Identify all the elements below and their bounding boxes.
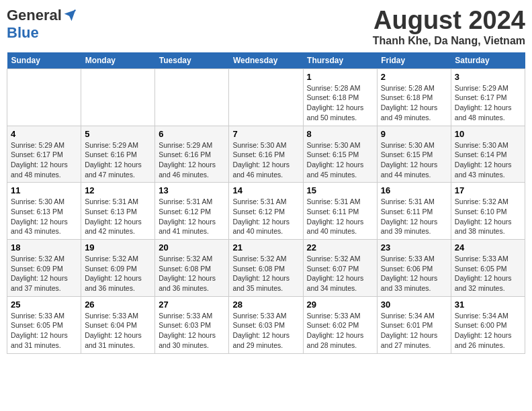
day-number: 21 bbox=[232, 242, 299, 253]
weekday-header-monday: Monday bbox=[81, 52, 155, 69]
day-number: 16 bbox=[381, 185, 447, 195]
logo: General Blue bbox=[7, 7, 77, 42]
weekday-header-friday: Friday bbox=[377, 52, 451, 69]
calendar-cell: 21Sunrise: 5:32 AM Sunset: 6:08 PM Dayli… bbox=[229, 240, 303, 297]
day-number: 30 bbox=[381, 300, 447, 310]
day-info: Sunrise: 5:33 AM Sunset: 6:05 PM Dayligh… bbox=[11, 311, 77, 351]
day-info: Sunrise: 5:33 AM Sunset: 6:03 PM Dayligh… bbox=[232, 311, 299, 351]
day-info: Sunrise: 5:32 AM Sunset: 6:09 PM Dayligh… bbox=[11, 254, 77, 293]
calendar-cell: 3Sunrise: 5:29 AM Sunset: 6:17 PM Daylig… bbox=[451, 68, 525, 126]
calendar-cell: 22Sunrise: 5:32 AM Sunset: 6:07 PM Dayli… bbox=[303, 240, 377, 297]
day-number: 17 bbox=[455, 185, 521, 195]
calendar-cell: 12Sunrise: 5:31 AM Sunset: 6:13 PM Dayli… bbox=[81, 183, 155, 240]
logo-general-text: General bbox=[7, 7, 62, 24]
day-number: 18 bbox=[11, 242, 77, 253]
day-number: 25 bbox=[11, 300, 77, 310]
calendar-cell: 18Sunrise: 5:32 AM Sunset: 6:09 PM Dayli… bbox=[7, 240, 81, 297]
calendar-cell: 2Sunrise: 5:28 AM Sunset: 6:18 PM Daylig… bbox=[377, 68, 451, 126]
day-info: Sunrise: 5:32 AM Sunset: 6:08 PM Dayligh… bbox=[232, 254, 299, 293]
day-number: 22 bbox=[307, 242, 373, 253]
day-info: Sunrise: 5:29 AM Sunset: 6:16 PM Dayligh… bbox=[85, 140, 151, 180]
day-info: Sunrise: 5:33 AM Sunset: 6:06 PM Dayligh… bbox=[381, 254, 447, 293]
day-info: Sunrise: 5:30 AM Sunset: 6:13 PM Dayligh… bbox=[11, 197, 77, 236]
calendar-cell: 27Sunrise: 5:33 AM Sunset: 6:03 PM Dayli… bbox=[155, 296, 229, 353]
calendar-cell: 19Sunrise: 5:32 AM Sunset: 6:09 PM Dayli… bbox=[81, 240, 155, 297]
calendar-cell: 26Sunrise: 5:33 AM Sunset: 6:04 PM Dayli… bbox=[81, 296, 155, 353]
calendar-cell: 15Sunrise: 5:31 AM Sunset: 6:11 PM Dayli… bbox=[303, 183, 377, 240]
calendar-cell: 1Sunrise: 5:28 AM Sunset: 6:18 PM Daylig… bbox=[303, 68, 377, 126]
day-number: 3 bbox=[455, 72, 521, 82]
calendar-cell: 16Sunrise: 5:31 AM Sunset: 6:11 PM Dayli… bbox=[377, 183, 451, 240]
day-info: Sunrise: 5:30 AM Sunset: 6:15 PM Dayligh… bbox=[381, 140, 447, 180]
calendar-cell: 30Sunrise: 5:34 AM Sunset: 6:01 PM Dayli… bbox=[377, 296, 451, 353]
calendar-cell: 9Sunrise: 5:30 AM Sunset: 6:15 PM Daylig… bbox=[377, 126, 451, 183]
day-info: Sunrise: 5:33 AM Sunset: 6:03 PM Dayligh… bbox=[159, 311, 225, 351]
day-number: 15 bbox=[307, 185, 373, 195]
day-number: 9 bbox=[381, 129, 447, 139]
calendar-cell: 25Sunrise: 5:33 AM Sunset: 6:05 PM Dayli… bbox=[7, 296, 81, 353]
calendar-cell: 31Sunrise: 5:34 AM Sunset: 6:00 PM Dayli… bbox=[451, 296, 525, 353]
day-info: Sunrise: 5:29 AM Sunset: 6:16 PM Dayligh… bbox=[159, 140, 225, 180]
week-row-4: 18Sunrise: 5:32 AM Sunset: 6:09 PM Dayli… bbox=[7, 240, 525, 297]
calendar-cell: 14Sunrise: 5:31 AM Sunset: 6:12 PM Dayli… bbox=[229, 183, 303, 240]
day-number: 10 bbox=[455, 129, 521, 139]
day-number: 6 bbox=[159, 129, 225, 139]
weekday-header-tuesday: Tuesday bbox=[155, 52, 229, 69]
day-number: 7 bbox=[232, 129, 299, 139]
calendar-cell: 29Sunrise: 5:33 AM Sunset: 6:02 PM Dayli… bbox=[303, 296, 377, 353]
day-number: 28 bbox=[232, 300, 299, 310]
day-info: Sunrise: 5:28 AM Sunset: 6:18 PM Dayligh… bbox=[307, 83, 373, 123]
title-area: August 2024 Thanh Khe, Da Nang, Vietnam bbox=[373, 7, 525, 47]
header: General Blue August 2024 Thanh Khe, Da N… bbox=[7, 7, 525, 47]
day-info: Sunrise: 5:31 AM Sunset: 6:11 PM Dayligh… bbox=[307, 197, 373, 236]
weekday-header-wednesday: Wednesday bbox=[229, 52, 303, 69]
day-number: 2 bbox=[381, 72, 447, 82]
day-info: Sunrise: 5:33 AM Sunset: 6:04 PM Dayligh… bbox=[85, 311, 151, 351]
day-info: Sunrise: 5:34 AM Sunset: 6:01 PM Dayligh… bbox=[381, 311, 447, 351]
calendar-cell: 20Sunrise: 5:32 AM Sunset: 6:08 PM Dayli… bbox=[155, 240, 229, 297]
day-info: Sunrise: 5:30 AM Sunset: 6:15 PM Dayligh… bbox=[307, 140, 373, 180]
day-info: Sunrise: 5:28 AM Sunset: 6:18 PM Dayligh… bbox=[381, 83, 447, 123]
calendar-cell bbox=[155, 68, 229, 126]
calendar-cell: 17Sunrise: 5:32 AM Sunset: 6:10 PM Dayli… bbox=[451, 183, 525, 240]
day-number: 24 bbox=[455, 242, 521, 253]
calendar-cell: 13Sunrise: 5:31 AM Sunset: 6:12 PM Dayli… bbox=[155, 183, 229, 240]
day-info: Sunrise: 5:33 AM Sunset: 6:02 PM Dayligh… bbox=[307, 311, 373, 351]
calendar: SundayMondayTuesdayWednesdayThursdayFrid… bbox=[7, 52, 525, 354]
calendar-cell: 5Sunrise: 5:29 AM Sunset: 6:16 PM Daylig… bbox=[81, 126, 155, 183]
location: Thanh Khe, Da Nang, Vietnam bbox=[373, 35, 525, 47]
calendar-cell: 6Sunrise: 5:29 AM Sunset: 6:16 PM Daylig… bbox=[155, 126, 229, 183]
calendar-cell bbox=[7, 68, 81, 126]
logo-blue-text: Blue bbox=[7, 24, 39, 42]
calendar-cell: 10Sunrise: 5:30 AM Sunset: 6:14 PM Dayli… bbox=[451, 126, 525, 183]
calendar-cell bbox=[81, 68, 155, 126]
day-number: 19 bbox=[85, 242, 151, 253]
month-year: August 2024 bbox=[373, 7, 525, 35]
bird-icon bbox=[63, 9, 77, 22]
calendar-cell: 11Sunrise: 5:30 AM Sunset: 6:13 PM Dayli… bbox=[7, 183, 81, 240]
week-row-5: 25Sunrise: 5:33 AM Sunset: 6:05 PM Dayli… bbox=[7, 296, 525, 353]
day-info: Sunrise: 5:30 AM Sunset: 6:16 PM Dayligh… bbox=[232, 140, 299, 180]
day-info: Sunrise: 5:31 AM Sunset: 6:12 PM Dayligh… bbox=[159, 197, 225, 236]
day-info: Sunrise: 5:34 AM Sunset: 6:00 PM Dayligh… bbox=[455, 311, 521, 351]
calendar-cell: 4Sunrise: 5:29 AM Sunset: 6:17 PM Daylig… bbox=[7, 126, 81, 183]
day-info: Sunrise: 5:31 AM Sunset: 6:12 PM Dayligh… bbox=[232, 197, 299, 236]
week-row-1: 1Sunrise: 5:28 AM Sunset: 6:18 PM Daylig… bbox=[7, 68, 525, 126]
day-info: Sunrise: 5:32 AM Sunset: 6:09 PM Dayligh… bbox=[85, 254, 151, 293]
week-row-2: 4Sunrise: 5:29 AM Sunset: 6:17 PM Daylig… bbox=[7, 126, 525, 183]
weekday-header-row: SundayMondayTuesdayWednesdayThursdayFrid… bbox=[7, 52, 525, 69]
day-number: 13 bbox=[159, 185, 225, 195]
day-info: Sunrise: 5:31 AM Sunset: 6:11 PM Dayligh… bbox=[381, 197, 447, 236]
day-number: 8 bbox=[307, 129, 373, 139]
day-number: 12 bbox=[85, 185, 151, 195]
day-info: Sunrise: 5:31 AM Sunset: 6:13 PM Dayligh… bbox=[85, 197, 151, 236]
calendar-cell: 28Sunrise: 5:33 AM Sunset: 6:03 PM Dayli… bbox=[229, 296, 303, 353]
week-row-3: 11Sunrise: 5:30 AM Sunset: 6:13 PM Dayli… bbox=[7, 183, 525, 240]
calendar-cell: 8Sunrise: 5:30 AM Sunset: 6:15 PM Daylig… bbox=[303, 126, 377, 183]
day-number: 27 bbox=[159, 300, 225, 310]
calendar-cell: 24Sunrise: 5:33 AM Sunset: 6:05 PM Dayli… bbox=[451, 240, 525, 297]
day-number: 23 bbox=[381, 242, 447, 253]
day-info: Sunrise: 5:29 AM Sunset: 6:17 PM Dayligh… bbox=[455, 83, 521, 123]
calendar-cell: 7Sunrise: 5:30 AM Sunset: 6:16 PM Daylig… bbox=[229, 126, 303, 183]
day-number: 20 bbox=[159, 242, 225, 253]
